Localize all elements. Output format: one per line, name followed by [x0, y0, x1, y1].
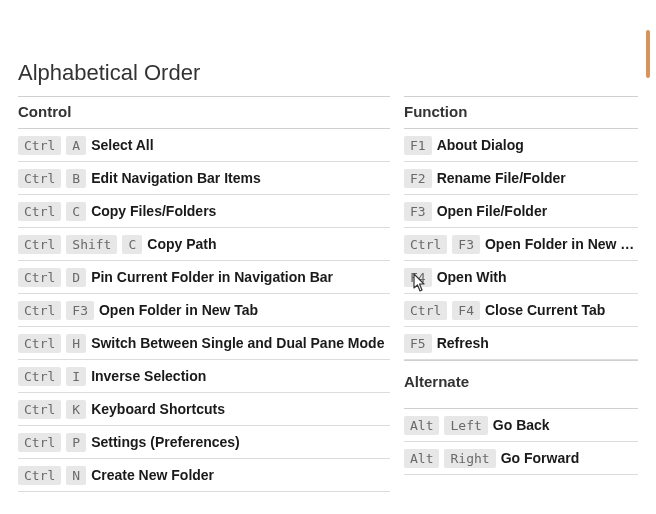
shortcut-row: F1About Dialog — [404, 129, 638, 162]
keycap: F3 — [404, 202, 432, 221]
keycap: Ctrl — [18, 136, 61, 155]
shortcut-label: About Dialog — [437, 137, 524, 153]
keycap: F3 — [452, 235, 480, 254]
shortcut-label: Keyboard Shortcuts — [91, 401, 225, 417]
shortcut-label: Open Folder in New Tab — [99, 302, 258, 318]
shortcut-row: CtrlF3Open Folder in New Tab — [404, 228, 638, 261]
shortcut-row: F3Open File/Folder — [404, 195, 638, 228]
shortcut-row: CtrlHSwitch Between Single and Dual Pane… — [18, 327, 390, 360]
shortcut-row: AltRightGo Forward — [404, 442, 638, 475]
keycap: Right — [444, 449, 495, 468]
keycap: K — [66, 400, 86, 419]
scrollbar-thumb[interactable] — [646, 30, 650, 78]
control-column: Control CtrlASelect AllCtrlBEdit Navigat… — [18, 96, 390, 492]
keycap: Ctrl — [404, 235, 447, 254]
keycap: Left — [444, 416, 487, 435]
shortcut-row: CtrlBEdit Navigation Bar Items — [18, 162, 390, 195]
alternate-list: AltLeftGo BackAltRightGo Forward — [404, 409, 638, 475]
control-list: CtrlASelect AllCtrlBEdit Navigation Bar … — [18, 129, 390, 492]
shortcut-row: CtrlPSettings (Preferences) — [18, 426, 390, 459]
shortcut-label: Open Folder in New Tab — [485, 236, 638, 252]
keycap: Ctrl — [404, 301, 447, 320]
keycap: F3 — [66, 301, 94, 320]
columns: Control CtrlASelect AllCtrlBEdit Navigat… — [18, 96, 638, 492]
keycap: Ctrl — [18, 466, 61, 485]
keycap: Ctrl — [18, 334, 61, 353]
keycap: Ctrl — [18, 169, 61, 188]
keycap: Ctrl — [18, 301, 61, 320]
shortcut-row: CtrlNCreate New Folder — [18, 459, 390, 492]
keycap: F2 — [404, 169, 432, 188]
keycap: D — [66, 268, 86, 287]
shortcut-row: F5Refresh — [404, 327, 638, 360]
keycap: F1 — [404, 136, 432, 155]
shortcut-row: CtrlIInverse Selection — [18, 360, 390, 393]
keycap: C — [66, 202, 86, 221]
shortcut-row: CtrlCCopy Files/Folders — [18, 195, 390, 228]
page-title: Alphabetical Order — [18, 60, 638, 86]
page: Alphabetical Order Control CtrlASelect A… — [0, 0, 656, 514]
shortcut-label: Close Current Tab — [485, 302, 605, 318]
keycap: N — [66, 466, 86, 485]
shortcut-row: AltLeftGo Back — [404, 409, 638, 442]
alternate-subheader: Alternate — [404, 360, 638, 409]
shortcut-row: CtrlF3Open Folder in New Tab — [18, 294, 390, 327]
shortcut-row: CtrlF4Close Current Tab — [404, 294, 638, 327]
shortcut-label: Edit Navigation Bar Items — [91, 170, 261, 186]
shortcut-label: Pin Current Folder in Navigation Bar — [91, 269, 333, 285]
shortcut-row: F4Open With — [404, 261, 638, 294]
shortcut-label: Rename File/Folder — [437, 170, 566, 186]
keycap: Ctrl — [18, 433, 61, 452]
control-column-header: Control — [18, 96, 390, 129]
shortcut-row: F2Rename File/Folder — [404, 162, 638, 195]
keycap: Ctrl — [18, 400, 61, 419]
keycap: I — [66, 367, 86, 386]
shortcut-label: Copy Files/Folders — [91, 203, 216, 219]
shortcut-row: CtrlDPin Current Folder in Navigation Ba… — [18, 261, 390, 294]
keycap: A — [66, 136, 86, 155]
shortcut-row: CtrlKKeyboard Shortcuts — [18, 393, 390, 426]
keycap: P — [66, 433, 86, 452]
shortcut-label: Select All — [91, 137, 154, 153]
shortcut-label: Inverse Selection — [91, 368, 206, 384]
keycap: Alt — [404, 416, 439, 435]
function-column: Function F1About DialogF2Rename File/Fol… — [404, 96, 638, 492]
shortcut-label: Go Forward — [501, 450, 580, 466]
keycap: C — [122, 235, 142, 254]
keycap: B — [66, 169, 86, 188]
keycap: Ctrl — [18, 202, 61, 221]
shortcut-label: Go Back — [493, 417, 550, 433]
keycap: F4 — [452, 301, 480, 320]
shortcut-label: Settings (Preferences) — [91, 434, 240, 450]
keycap: F5 — [404, 334, 432, 353]
keycap: Ctrl — [18, 367, 61, 386]
shortcut-label: Open With — [437, 269, 507, 285]
keycap: Ctrl — [18, 268, 61, 287]
keycap: Shift — [66, 235, 117, 254]
shortcut-row: CtrlASelect All — [18, 129, 390, 162]
shortcut-label: Refresh — [437, 335, 489, 351]
function-list: F1About DialogF2Rename File/FolderF3Open… — [404, 129, 638, 360]
function-column-header: Function — [404, 96, 638, 129]
shortcut-row: CtrlShiftCCopy Path — [18, 228, 390, 261]
shortcut-label: Create New Folder — [91, 467, 214, 483]
keycap: H — [66, 334, 86, 353]
keycap: Alt — [404, 449, 439, 468]
keycap: Ctrl — [18, 235, 61, 254]
keycap: F4 — [404, 268, 432, 287]
shortcut-label: Copy Path — [147, 236, 216, 252]
shortcut-label: Switch Between Single and Dual Pane Mode — [91, 335, 384, 351]
shortcut-label: Open File/Folder — [437, 203, 547, 219]
